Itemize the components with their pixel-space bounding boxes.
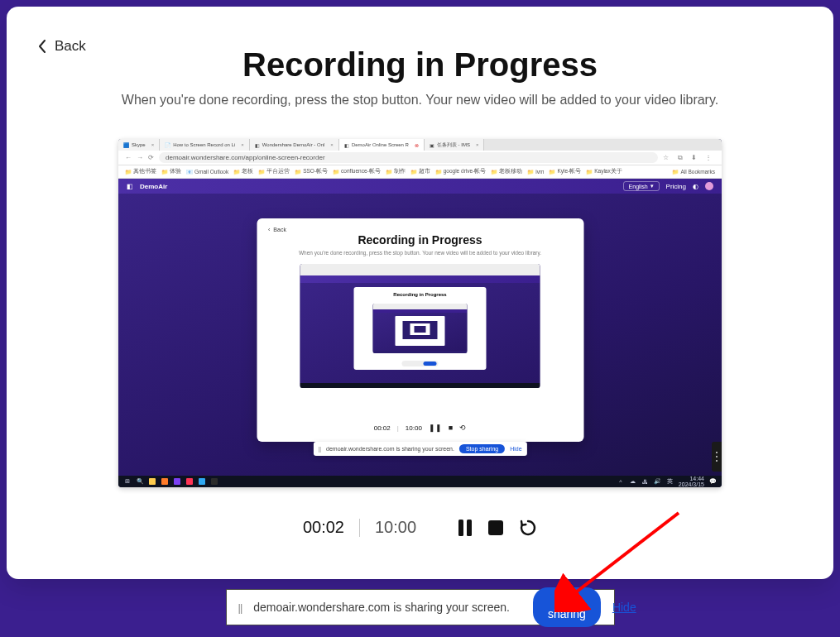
hide-link[interactable]: Hide bbox=[612, 601, 636, 614]
app-icon[interactable] bbox=[210, 477, 218, 486]
svg-rect-1 bbox=[467, 520, 472, 536]
bookmark[interactable]: 📁 体验 bbox=[161, 168, 181, 175]
nested-card-lvl4 bbox=[396, 316, 445, 346]
tray-volume-icon[interactable]: 🔊 bbox=[654, 477, 662, 486]
bookmark[interactable]: 📁 超市 bbox=[410, 168, 430, 175]
bookmark[interactable]: 📁 平台运营 bbox=[258, 168, 290, 175]
share-bar-text: demoair.wondershare.com is sharing your … bbox=[253, 601, 510, 614]
pause-icon: || bbox=[318, 446, 321, 452]
page-title: Recording in Progress bbox=[7, 46, 833, 84]
stop-button[interactable] bbox=[487, 520, 504, 536]
taskbar-clock[interactable]: 14:44 2024/3/15 bbox=[679, 476, 704, 487]
nested-subtitle: When you're done recording, press the st… bbox=[257, 250, 583, 256]
pause-icon bbox=[458, 520, 473, 536]
restart-button[interactable] bbox=[519, 519, 537, 537]
bookmark[interactable]: 📧 Gmail Outlook bbox=[186, 169, 228, 175]
bookmark[interactable]: 📁 制作 bbox=[386, 168, 406, 175]
browser-tab[interactable]: 📄How to Screen Record on Li× bbox=[160, 139, 250, 151]
bookmark[interactable]: 📁 All Bookmarks bbox=[672, 169, 715, 175]
bookmark[interactable]: 📁 google drive-帐号 bbox=[435, 168, 487, 175]
nav-back-icon[interactable]: ← bbox=[125, 154, 132, 161]
browser-url-bar: ← → ⟳ demoair.wondershare.com/app/online… bbox=[118, 151, 722, 165]
bookmark[interactable]: 📁 Kaylax关于 bbox=[586, 168, 622, 175]
windows-taskbar: ⊞ 🔍 ^ ☁ 🖧 🔊 英 14:44 2024/3/15 💬 bbox=[118, 476, 722, 487]
svg-rect-0 bbox=[458, 520, 463, 536]
browser-tabstrip: 🟦Skype× 📄How to Screen Record on Li× ◧Wo… bbox=[118, 139, 722, 151]
start-icon[interactable]: ⊞ bbox=[123, 477, 132, 486]
search-icon[interactable]: 🔍 bbox=[136, 477, 144, 486]
nested-back-button[interactable]: ‹ Back bbox=[268, 227, 286, 232]
nested-hide-link[interactable]: Hide bbox=[510, 446, 521, 452]
theme-icon[interactable]: ◐ bbox=[693, 183, 698, 190]
bookmark[interactable]: 📁 其他书签 bbox=[125, 168, 156, 175]
wondershare-icon[interactable] bbox=[173, 477, 181, 486]
nested-preview: Recording in Progress bbox=[300, 264, 540, 388]
nested-max: 10:00 bbox=[406, 424, 422, 432]
close-icon: × bbox=[330, 142, 334, 147]
nested-title-lvl3: Recording in Progress bbox=[354, 292, 487, 297]
demoair-icon: ◧ bbox=[344, 142, 349, 148]
pause-icon[interactable]: ❚❚ bbox=[429, 424, 442, 432]
browser-tab[interactable]: ◧Wondershare DemoAir - Onl× bbox=[250, 139, 339, 151]
close-icon: ⊗ bbox=[415, 142, 419, 148]
browser-tab-active[interactable]: ◧DemoAir Online Screen R⊗ bbox=[339, 139, 425, 151]
notifications-icon[interactable]: 💬 bbox=[708, 477, 717, 486]
page-subtitle: When you're done recording, press the st… bbox=[7, 93, 833, 108]
screen-preview: 🟦Skype× 📄How to Screen Record on Li× ◧Wo… bbox=[118, 139, 722, 487]
tray-network-icon[interactable]: 🖧 bbox=[641, 477, 650, 486]
nested-elapsed: 00:02 bbox=[374, 424, 391, 432]
recorder-controls: 00:02 10:00 bbox=[7, 518, 833, 537]
svg-rect-2 bbox=[488, 520, 503, 535]
acc-icon[interactable] bbox=[185, 477, 194, 486]
restart-icon bbox=[519, 519, 537, 537]
time-separator bbox=[359, 519, 360, 537]
nested-share-bar: || demoair.wondershare.com is sharing yo… bbox=[313, 442, 526, 456]
demoair-app-body: ‹ Back Recording in Progress When you're… bbox=[118, 194, 722, 476]
brand-icon: ◧ bbox=[127, 183, 133, 190]
url-field[interactable]: demoair.wondershare.com/app/online-scree… bbox=[159, 152, 658, 163]
bookmark[interactable]: 📁 ivm bbox=[527, 169, 544, 175]
recorder-card: Back Recording in Progress When you're d… bbox=[7, 7, 833, 579]
bookmarks-bar: 📁 其他书签 📁 体验 📧 Gmail Outlook 📁 老板 📁 平台运营 … bbox=[118, 165, 722, 179]
bookmark[interactable]: 📁 老板 bbox=[233, 168, 253, 175]
demoair-app-bar: ◧ DemoAir English ▾ Pricing ◐ bbox=[118, 179, 722, 194]
nested-card-lvl3: Recording in Progress bbox=[354, 287, 487, 370]
elapsed-time: 00:02 bbox=[303, 518, 344, 537]
pause-button[interactable] bbox=[458, 520, 473, 536]
ims-icon: ▣ bbox=[430, 142, 434, 148]
chevron-down-icon: ▾ bbox=[650, 183, 654, 189]
max-time: 10:00 bbox=[375, 518, 416, 537]
nested-controls: 00:02 | 10:00 ❚❚ ■ ⟲ bbox=[257, 424, 583, 432]
file-explorer-icon[interactable] bbox=[148, 477, 156, 486]
extensions-icon[interactable]: ☆ ⧉ ⬇ ⋮ bbox=[663, 154, 715, 162]
pricing-link[interactable]: Pricing bbox=[666, 183, 686, 190]
bookmark[interactable]: 📁 confluence-帐号 bbox=[333, 168, 381, 175]
bookmark[interactable]: 📁 SSO-帐号 bbox=[295, 168, 328, 175]
close-icon: × bbox=[476, 142, 479, 147]
tray-up-icon[interactable]: ^ bbox=[617, 477, 625, 486]
nested-share-text: demoair.wondershare.com is sharing your … bbox=[326, 446, 454, 452]
nav-fwd-icon[interactable]: → bbox=[137, 154, 143, 161]
restart-icon[interactable]: ⟲ bbox=[459, 424, 466, 432]
stop-sharing-button[interactable]: Stop sharing bbox=[533, 587, 601, 627]
firefox-icon[interactable] bbox=[161, 477, 169, 486]
pause-icon: || bbox=[238, 601, 242, 614]
tray-ime-icon[interactable]: 英 bbox=[666, 477, 674, 486]
skype-icon[interactable] bbox=[198, 477, 206, 486]
browser-tab[interactable]: 🟦Skype× bbox=[118, 139, 160, 151]
bookmark[interactable]: 📁 Kyle-帐号 bbox=[549, 168, 581, 175]
side-toolbar[interactable] bbox=[712, 442, 722, 472]
reload-icon[interactable]: ⟳ bbox=[148, 154, 154, 161]
language-selector[interactable]: English ▾ bbox=[623, 181, 660, 191]
bookmark[interactable]: 📁 老板移动 bbox=[491, 168, 522, 175]
avatar[interactable] bbox=[705, 182, 713, 190]
nested-stop-sharing-button[interactable]: Stop sharing bbox=[459, 444, 505, 453]
skype-icon: 🟦 bbox=[123, 142, 129, 148]
doc-icon: 📄 bbox=[165, 142, 170, 148]
chevron-left-icon: ‹ bbox=[268, 227, 270, 232]
stop-icon[interactable]: ■ bbox=[449, 424, 453, 432]
browser-tab[interactable]: ▣任务列表 - IMS× bbox=[425, 139, 485, 151]
close-icon: × bbox=[241, 142, 244, 147]
tray-cloud-icon[interactable]: ☁ bbox=[629, 477, 637, 486]
screen-share-bar: || demoair.wondershare.com is sharing yo… bbox=[226, 589, 615, 625]
